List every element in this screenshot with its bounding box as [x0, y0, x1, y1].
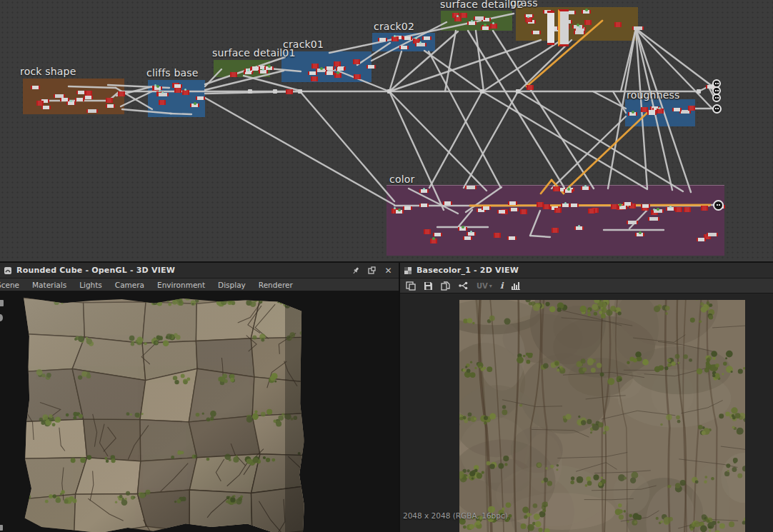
graph-node[interactable] [648, 217, 659, 221]
graph-node[interactable] [85, 91, 92, 96]
graph-node[interactable] [422, 36, 432, 40]
3d-view-titlebar[interactable]: Rounded Cube - OpenGL - 3D VIEW ✕ [0, 263, 399, 278]
graph-node[interactable] [311, 76, 318, 81]
graph-node[interactable] [403, 36, 412, 40]
graph-output-node[interactable] [712, 104, 722, 114]
graph-node[interactable] [701, 206, 708, 211]
graph-node[interactable] [623, 202, 632, 206]
menu-environment[interactable]: Environment [151, 281, 211, 289]
graph-node[interactable] [433, 233, 442, 236]
graph-node[interactable] [308, 71, 317, 75]
wire-connector[interactable] [273, 89, 277, 94]
graph-node[interactable] [251, 66, 260, 70]
graph-node[interactable] [392, 36, 399, 41]
graph-node[interactable] [632, 26, 644, 30]
graph-node[interactable] [569, 204, 579, 207]
graph-node[interactable] [641, 204, 650, 208]
graph-node[interactable] [474, 16, 485, 20]
graph-node[interactable] [525, 17, 532, 22]
close-icon[interactable]: ✕ [384, 266, 393, 275]
graph-node[interactable] [106, 104, 115, 108]
graph-node[interactable] [334, 61, 341, 66]
duplicate-view-icon[interactable] [406, 281, 416, 291]
graph-node[interactable] [482, 206, 491, 210]
graph-node[interactable] [443, 201, 452, 205]
graph-node[interactable] [463, 236, 472, 240]
graph-node[interactable] [182, 90, 189, 95]
graph-node[interactable] [697, 238, 706, 241]
graph-node[interactable] [454, 16, 462, 21]
wire-connector[interactable] [480, 89, 484, 94]
graph-node[interactable] [509, 208, 519, 211]
graph-node[interactable] [574, 31, 585, 34]
graph-node[interactable] [675, 207, 682, 212]
graph-node[interactable] [286, 89, 293, 94]
graph-node[interactable] [532, 31, 541, 34]
graph-node[interactable] [173, 84, 182, 88]
graph-node-large[interactable] [547, 11, 554, 45]
graph-node[interactable] [354, 74, 361, 79]
graph-node[interactable] [588, 209, 595, 214]
graph-node[interactable] [86, 109, 98, 113]
menu-renderer[interactable]: Renderer [252, 281, 299, 289]
graph-node[interactable] [657, 109, 664, 114]
graph-node[interactable] [230, 72, 237, 77]
menu-camera[interactable]: Camera [109, 281, 151, 289]
restore-window-icon[interactable] [367, 266, 376, 275]
wire-connector[interactable] [697, 89, 701, 94]
graph-output-node[interactable] [712, 94, 721, 102]
save-icon[interactable] [424, 281, 433, 291]
graph-node[interactable] [507, 236, 517, 240]
graph-node[interactable] [424, 229, 431, 234]
menu-materials[interactable]: Materials [26, 281, 73, 289]
graph-node[interactable] [325, 71, 334, 75]
viewport-side-icon[interactable] [0, 300, 4, 306]
graph-node[interactable] [614, 22, 622, 27]
node-graph-canvas[interactable]: rock shapecliffs basesurface detail01cra… [0, 0, 773, 261]
graph-node[interactable] [325, 66, 334, 70]
graph-node[interactable] [508, 201, 517, 205]
viewport-side-icon[interactable] [0, 314, 3, 321]
graph-node[interactable] [552, 228, 559, 233]
wire-connector[interactable] [387, 89, 392, 94]
graph-node[interactable] [311, 64, 319, 69]
graph-node[interactable] [159, 100, 166, 105]
histogram-icon[interactable] [511, 281, 521, 290]
viewport-side-icon[interactable] [0, 525, 3, 531]
wire-connector[interactable] [248, 89, 252, 94]
graph-node[interactable] [647, 110, 657, 114]
info-icon[interactable]: i [500, 281, 504, 291]
graph-link-icon[interactable] [458, 281, 469, 290]
graph-output-node[interactable] [713, 200, 724, 211]
graph-node[interactable] [174, 88, 181, 93]
menu-lights[interactable]: Lights [73, 281, 109, 289]
graph-node[interactable] [543, 204, 550, 209]
graph-node[interactable] [106, 98, 113, 103]
graph-node[interactable] [41, 106, 51, 109]
graph-node[interactable] [36, 101, 44, 106]
graph-node[interactable] [465, 186, 477, 189]
2d-view-titlebar[interactable]: Basecolor_1 - 2D VIEW [400, 263, 773, 278]
graph-node[interactable] [60, 98, 69, 101]
graph-node[interactable] [403, 206, 412, 210]
graph-node[interactable] [481, 26, 490, 30]
graph-node[interactable] [399, 46, 409, 49]
graph-node[interactable] [494, 233, 501, 238]
graph-node[interactable] [553, 186, 560, 191]
graph-node[interactable] [554, 208, 562, 213]
graph-node[interactable] [378, 38, 387, 41]
graph-node[interactable] [672, 108, 682, 111]
graph-node[interactable] [520, 209, 527, 214]
2d-viewport[interactable]: 2048 x 2048 (RGBA, 16bpc) [400, 293, 773, 532]
graph-node[interactable] [688, 106, 695, 111]
graph-node[interactable] [584, 20, 592, 25]
menu-scene[interactable]: Scene [0, 281, 26, 289]
graph-node[interactable] [707, 233, 718, 236]
pin-icon[interactable] [351, 266, 360, 275]
graph-node[interactable] [490, 24, 497, 29]
graph-node[interactable] [76, 91, 86, 94]
graph-node-large[interactable] [558, 9, 569, 46]
menu-display[interactable]: Display [211, 281, 252, 289]
graph-node[interactable] [84, 96, 93, 99]
graph-node[interactable] [684, 207, 691, 212]
